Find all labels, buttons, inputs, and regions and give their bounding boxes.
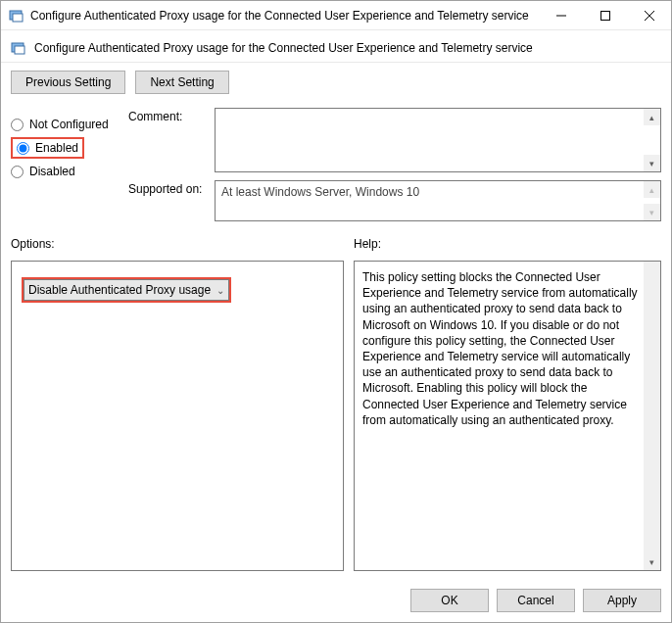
window-title: Configure Authenticated Proxy usage for … [30,9,539,23]
options-pane: Options: Disable Authenticated Proxy usa… [11,237,344,571]
highlight-dropdown: Disable Authenticated Proxy usage ⌄ [22,277,231,303]
fields-column: Comment: ▴ ▾ Supported on: At least Wind… [128,108,661,221]
ok-button[interactable]: OK [410,589,489,612]
header-title: Configure Authenticated Proxy usage for … [34,41,533,55]
close-button[interactable] [627,1,671,29]
policy-editor-window: Configure Authenticated Proxy usage for … [0,0,672,623]
nav-row: Previous Setting Next Setting [1,63,671,102]
options-inner: Disable Authenticated Proxy usage ⌄ [12,262,343,318]
supported-row: Supported on: At least Windows Server, W… [128,180,661,221]
help-box: This policy setting blocks the Connected… [354,261,661,571]
policy-icon [11,40,26,56]
scroll-up-icon[interactable]: ▴ [644,109,660,125]
highlight-enabled: Enabled [11,137,84,159]
minimize-button[interactable] [539,1,583,29]
settings-top-area: Not Configured Enabled Disabled Comment:… [1,102,671,227]
proxy-usage-dropdown[interactable]: Disable Authenticated Proxy usage ⌄ [24,279,229,301]
footer-buttons: OK Cancel Apply [1,581,671,622]
next-setting-button[interactable]: Next Setting [135,71,228,94]
window-controls [539,1,671,29]
supported-on-value: At least Windows Server, Windows 10 [221,185,419,199]
help-pane: Help: This policy setting blocks the Con… [354,237,661,571]
state-radio-group: Not Configured Enabled Disabled [11,108,119,221]
svg-rect-3 [600,11,609,20]
maximize-button[interactable] [583,1,627,29]
radio-disabled-label: Disabled [29,165,75,178]
titlebar: Configure Authenticated Proxy usage for … [1,1,671,30]
supported-label: Supported on: [128,180,215,221]
radio-enabled-input[interactable] [17,142,29,155]
lower-panes: Options: Disable Authenticated Proxy usa… [1,227,671,581]
help-scrollbar[interactable] [644,262,660,570]
chevron-down-icon: ⌄ [216,285,224,296]
options-label: Options: [11,237,344,251]
scroll-down-icon[interactable]: ▾ [644,553,660,570]
apply-button[interactable]: Apply [583,589,661,612]
help-label: Help: [354,237,661,251]
cancel-button[interactable]: Cancel [497,589,575,612]
radio-disabled-input[interactable] [11,166,24,178]
radio-enabled[interactable]: Enabled [17,141,78,155]
app-icon [9,8,24,24]
radio-not-configured-input[interactable] [11,119,24,131]
header-strip: Configure Authenticated Proxy usage for … [1,30,671,63]
radio-disabled[interactable]: Disabled [11,165,119,178]
radio-not-configured-label: Not Configured [29,118,109,131]
svg-rect-1 [13,14,23,22]
scroll-down-icon: ▾ [644,204,660,220]
comment-textarea[interactable]: ▴ ▾ [215,108,661,172]
comment-label: Comment: [128,108,215,172]
supported-on-box: At least Windows Server, Windows 10 ▴ ▾ [215,180,661,221]
scroll-up-icon: ▴ [644,181,660,198]
previous-setting-button[interactable]: Previous Setting [11,71,125,94]
dropdown-value: Disable Authenticated Proxy usage [28,283,211,297]
svg-rect-7 [15,46,24,54]
comment-row: Comment: ▴ ▾ [128,108,661,172]
radio-not-configured[interactable]: Not Configured [11,118,119,131]
help-text: This policy setting blocks the Connected… [355,262,660,436]
radio-enabled-label: Enabled [35,141,78,155]
scroll-down-icon[interactable]: ▾ [644,155,660,171]
options-box: Disable Authenticated Proxy usage ⌄ [11,261,344,571]
